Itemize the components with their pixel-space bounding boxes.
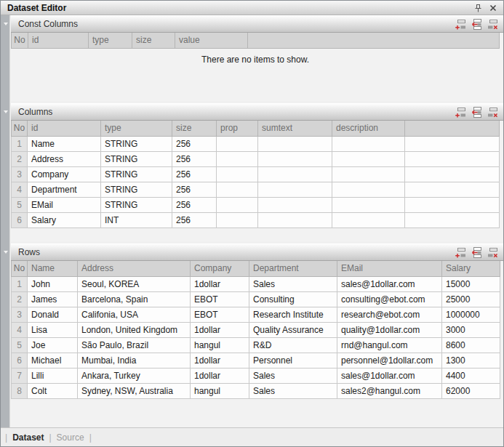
data-cell[interactable]: EMail	[28, 197, 101, 212]
delete-row-icon[interactable]	[486, 18, 499, 31]
data-cell[interactable]: Sales	[249, 383, 337, 398]
insert-row-icon[interactable]	[470, 18, 483, 31]
tab-source[interactable]: Source	[57, 432, 84, 443]
row-number-cell[interactable]: 5	[12, 197, 28, 212]
row-number-cell[interactable]: 3	[12, 307, 28, 322]
data-cell[interactable]	[332, 182, 405, 197]
col-header-no[interactable]: No	[12, 33, 28, 48]
data-cell[interactable]: 1dollar	[191, 276, 249, 291]
row-number-cell[interactable]: 4	[12, 182, 28, 197]
row-number-cell[interactable]: 1	[12, 136, 28, 151]
col-header-email[interactable]: EMail	[337, 261, 442, 276]
data-cell[interactable]: Sydney, NSW, Australia	[78, 383, 191, 398]
data-cell[interactable]	[217, 182, 258, 197]
data-cell[interactable]: Sales	[249, 276, 337, 291]
row-number-cell[interactable]: 4	[12, 322, 28, 337]
col-header-value[interactable]: value	[175, 33, 248, 48]
data-cell[interactable]: Company	[28, 166, 101, 182]
data-cell[interactable]	[217, 151, 258, 166]
data-cell[interactable]: 256	[172, 182, 217, 197]
row-number-cell[interactable]: 3	[12, 166, 28, 182]
col-header-no[interactable]: No	[12, 261, 28, 276]
data-cell[interactable]: Mumbai, India	[78, 353, 191, 368]
col-header-prop[interactable]: prop	[217, 121, 258, 136]
data-cell[interactable]	[332, 151, 405, 166]
data-cell[interactable]: R&D	[249, 337, 337, 353]
col-header-type[interactable]: type	[101, 121, 172, 136]
col-header-size[interactable]: size	[132, 33, 175, 48]
data-cell[interactable]: quality@1dollar.com	[337, 322, 442, 337]
data-cell[interactable]	[332, 197, 405, 212]
row-number-cell[interactable]: 2	[12, 291, 28, 307]
row-number-cell[interactable]: 6	[12, 212, 28, 227]
col-header-name[interactable]: Name	[28, 261, 78, 276]
data-cell[interactable]	[217, 212, 258, 227]
add-row-icon[interactable]	[454, 106, 467, 118]
data-cell[interactable]: sales2@hangul.com	[337, 383, 442, 398]
data-cell[interactable]: Lisa	[28, 322, 78, 337]
insert-row-icon[interactable]	[470, 106, 483, 118]
delete-row-icon[interactable]	[486, 246, 499, 259]
data-cell[interactable]: consulting@ebot.com	[337, 291, 442, 307]
data-cell[interactable]: 256	[172, 166, 217, 182]
pin-icon[interactable]	[473, 2, 484, 13]
data-cell[interactable]: INT	[101, 212, 172, 227]
data-cell[interactable]: 256	[172, 212, 217, 227]
col-header-company[interactable]: Company	[191, 261, 249, 276]
data-cell[interactable]	[258, 136, 332, 151]
data-cell[interactable]: EBOT	[191, 307, 249, 322]
row-number-cell[interactable]: 5	[12, 337, 28, 353]
row-number-cell[interactable]: 2	[12, 151, 28, 166]
data-cell[interactable]: 4400	[442, 368, 500, 383]
data-cell[interactable]: STRING	[101, 136, 172, 151]
data-cell[interactable]: Quality Assurance	[249, 322, 337, 337]
data-cell[interactable]: Joe	[28, 337, 78, 353]
data-cell[interactable]: EBOT	[191, 291, 249, 307]
data-cell[interactable]	[332, 136, 405, 151]
data-cell[interactable]: 256	[172, 197, 217, 212]
data-cell[interactable]	[258, 151, 332, 166]
data-cell[interactable]: Consulting	[249, 291, 337, 307]
collapse-arrow-icon[interactable]	[4, 23, 8, 25]
data-cell[interactable]: rnd@hangul.com	[337, 337, 442, 353]
data-cell[interactable]: Barcelona, Spain	[78, 291, 191, 307]
data-cell[interactable]	[332, 166, 405, 182]
data-cell[interactable]: 1dollar	[191, 368, 249, 383]
col-header-no[interactable]: No	[12, 121, 28, 136]
data-cell[interactable]: Califonia, USA	[78, 307, 191, 322]
section-header-rows[interactable]: Rows	[11, 243, 503, 261]
data-cell[interactable]	[258, 212, 332, 227]
collapse-arrow-icon[interactable]	[4, 251, 8, 254]
col-header-sumtext[interactable]: sumtext	[258, 121, 332, 136]
col-header-department[interactable]: Department	[249, 261, 337, 276]
data-cell[interactable]	[217, 166, 258, 182]
data-cell[interactable]: Personnel	[249, 353, 337, 368]
section-header-columns[interactable]: Columns	[11, 103, 503, 121]
data-cell[interactable]: sales@1dollar.com	[337, 276, 442, 291]
data-cell[interactable]: 25000	[442, 291, 500, 307]
data-cell[interactable]: Department	[28, 182, 101, 197]
data-cell[interactable]: London, United Kingdom	[78, 322, 191, 337]
data-cell[interactable]: personnel@1dollar.com	[337, 353, 442, 368]
close-icon[interactable]	[487, 2, 498, 13]
data-cell[interactable]	[258, 197, 332, 212]
col-header-description[interactable]: description	[332, 121, 405, 136]
data-cell[interactable]: 3000	[442, 322, 500, 337]
data-cell[interactable]: Seoul, KOREA	[78, 276, 191, 291]
data-cell[interactable]	[332, 212, 405, 227]
data-cell[interactable]: John	[28, 276, 78, 291]
data-cell[interactable]: research@ebot.com	[337, 307, 442, 322]
data-cell[interactable]: Name	[28, 136, 101, 151]
data-cell[interactable]: 256	[172, 151, 217, 166]
data-cell[interactable]: Address	[28, 151, 101, 166]
data-cell[interactable]: Salary	[28, 212, 101, 227]
data-cell[interactable]: Colt	[28, 383, 78, 398]
data-cell[interactable]: Research Institute	[249, 307, 337, 322]
data-cell[interactable]: São Paulo, Brazil	[78, 337, 191, 353]
data-cell[interactable]: Sales	[249, 368, 337, 383]
section-header-const-columns[interactable]: Const Columns	[11, 15, 503, 33]
data-cell[interactable]: STRING	[101, 197, 172, 212]
col-header-size[interactable]: size	[172, 121, 217, 136]
col-header-salary[interactable]: Salary	[442, 261, 500, 276]
data-cell[interactable]: STRING	[101, 151, 172, 166]
